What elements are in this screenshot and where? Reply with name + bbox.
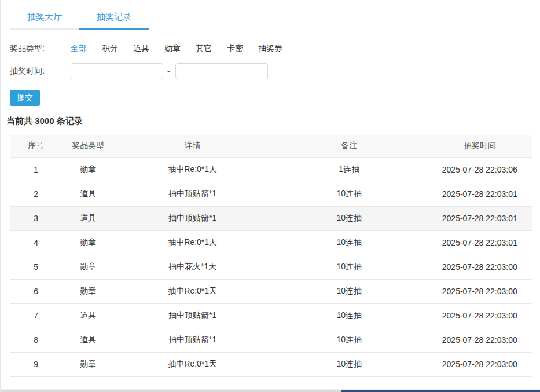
cell-type: 勋章 [62,255,114,279]
cell-no: 3 [10,206,62,230]
table-row: 3道具抽中顶贴箭*110连抽2025-07-28 22:03:01 [10,206,532,230]
cell-time: 2025-07-28 22:03:01 [428,206,532,230]
prize-type-options: 全部积分道具勋章其它卡密抽奖券 [71,43,297,54]
table-row: 8道具抽中顶贴箭*110连抽2025-07-28 22:03:00 [10,328,532,352]
table-row: 5勋章抽中花火*1天10连抽2025-07-28 22:03:00 [10,255,532,279]
cell-no: 9 [10,352,62,376]
cell-remark: 10连抽 [271,182,428,206]
cell-time: 2025-07-28 22:03:00 [428,279,532,303]
cell-detail: 抽中顶贴箭*1 [114,303,271,328]
cell-type: 勋章 [62,279,114,303]
prize-type-option-4[interactable]: 其它 [196,43,212,54]
cell-detail: 抽中Re:0*1天 [114,157,271,182]
time-label: 抽奖时间: [10,66,71,76]
cell-detail: 抽中顶贴箭*1 [114,328,271,352]
cell-type: 道具 [62,303,114,328]
prize-type-filter: 奖品类型: 全部积分道具勋章其它卡密抽奖券 [10,43,540,54]
table-row: 2道具抽中顶贴箭*110连抽2025-07-28 22:03:01 [10,182,532,206]
records-table: 序号奖品类型详情备注抽奖时间 1勋章抽中Re:0*1天1连抽2025-07-28… [10,135,532,377]
column-header-1: 奖品类型 [62,135,114,157]
cell-type: 勋章 [62,352,114,376]
prize-type-option-3[interactable]: 勋章 [164,43,181,54]
cell-time: 2025-07-28 22:03:00 [428,303,532,328]
cell-type: 道具 [62,182,114,206]
cell-detail: 抽中Re:0*1天 [114,230,271,255]
time-range-separator: - [167,67,170,76]
cell-remark: 10连抽 [271,279,428,303]
scrollbar-track[interactable] [1,390,341,392]
cell-remark: 10连抽 [271,328,428,352]
scrollbar-thumb[interactable] [341,390,540,392]
cell-remark: 1连抽 [271,157,428,182]
cell-remark: 10连抽 [271,352,428,376]
column-header-2: 详情 [114,135,271,157]
cell-no: 5 [10,255,62,279]
tab-bar: 抽奖大厅 抽奖记录 [10,7,540,30]
cell-no: 7 [10,303,62,328]
prize-type-option-1[interactable]: 积分 [102,43,118,54]
cell-no: 8 [10,328,62,352]
tab-lottery-records[interactable]: 抽奖记录 [79,7,149,30]
prize-type-option-2[interactable]: 道具 [133,43,149,54]
cell-time: 2025-07-28 22:03:00 [428,328,532,352]
records-table-header: 序号奖品类型详情备注抽奖时间 [10,135,532,157]
prize-type-label: 奖品类型: [10,43,71,54]
cell-detail: 抽中花火*1天 [114,255,271,279]
cell-no: 2 [10,182,62,206]
prize-type-option-0[interactable]: 全部 [71,43,87,54]
column-header-4: 抽奖时间 [428,135,532,157]
tab-lottery-hall[interactable]: 抽奖大厅 [10,7,79,30]
cell-type: 道具 [62,206,114,230]
cell-time: 2025-07-28 22:03:01 [428,182,532,206]
cell-type: 勋章 [62,157,114,182]
table-row: 9勋章抽中Re:0*1天10连抽2025-07-28 22:03:00 [10,352,532,376]
record-count: 当前共 3000 条记录 [6,116,540,127]
table-row: 1勋章抽中Re:0*1天1连抽2025-07-28 22:03:06 [10,157,532,182]
cell-time: 2025-07-28 22:03:06 [428,157,532,182]
cell-time: 2025-07-28 22:03:00 [428,255,532,279]
cell-remark: 10连抽 [271,255,428,279]
prize-type-option-5[interactable]: 卡密 [227,43,243,54]
cell-remark: 10连抽 [271,230,428,255]
table-row: 7道具抽中顶贴箭*110连抽2025-07-28 22:03:00 [10,303,532,328]
cell-detail: 抽中Re:0*1天 [114,352,271,376]
time-filter: 抽奖时间: - [10,63,540,79]
cell-detail: 抽中Re:0*1天 [114,279,271,303]
cell-remark: 10连抽 [271,206,428,230]
time-to-input[interactable] [175,63,268,79]
table-row: 4勋章抽中Re:0*1天10连抽2025-07-28 22:03:01 [10,230,532,255]
cell-detail: 抽中顶贴箭*1 [114,182,271,206]
submit-button[interactable]: 提交 [10,90,40,106]
cell-time: 2025-07-28 22:03:00 [428,352,532,376]
cell-type: 道具 [62,328,114,352]
cell-type: 勋章 [62,230,114,255]
lottery-records-page: 抽奖大厅 抽奖记录 奖品类型: 全部积分道具勋章其它卡密抽奖券 抽奖时间: - … [0,0,540,392]
bottom-scrollbar [1,389,540,392]
table-row: 6勋章抽中Re:0*1天10连抽2025-07-28 22:03:00 [10,279,532,303]
cell-time: 2025-07-28 22:03:01 [428,230,532,255]
column-header-0: 序号 [10,135,62,157]
cell-detail: 抽中顶贴箭*1 [114,206,271,230]
prize-type-option-6[interactable]: 抽奖券 [258,43,282,54]
cell-no: 4 [10,230,62,255]
time-from-input[interactable] [71,63,163,79]
cell-remark: 10连抽 [271,303,428,328]
cell-no: 1 [10,157,62,182]
cell-no: 6 [10,279,62,303]
column-header-3: 备注 [271,135,428,157]
